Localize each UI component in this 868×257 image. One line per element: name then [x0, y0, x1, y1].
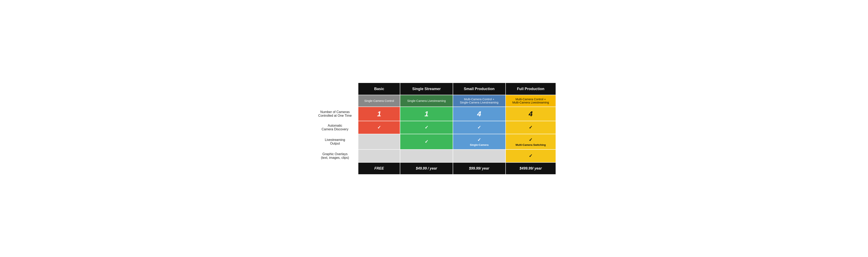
graphic-overlays-label: Graphic Overlays(text, images, clips) [312, 150, 358, 162]
single-streamer-graphic-overlays [400, 150, 453, 162]
cameras-feature-label: Number of CamerasControlled at One Time [312, 107, 358, 121]
header-row: Basic Single Streamer Small Production F… [312, 83, 556, 95]
basic-auto-discovery: ✓ [358, 121, 400, 134]
small-production-graphic-overlays [453, 150, 505, 162]
empty-header [312, 83, 358, 95]
single-streamer-auto-discovery: ✓ [400, 121, 453, 134]
small-production-livestreaming: ✓ Single-Camera [453, 134, 505, 150]
basic-graphic-overlays [358, 150, 400, 162]
single-streamer-price: $49.99 / year [400, 162, 453, 174]
basic-header: Basic [358, 83, 400, 95]
auto-discovery-label: AutomaticCamera Discovery [312, 121, 358, 134]
full-production-cameras: 4 [505, 107, 556, 121]
single-streamer-header: Single Streamer [400, 83, 453, 95]
auto-discovery-row: AutomaticCamera Discovery ✓ ✓ ✓ ✓ [312, 121, 556, 134]
small-production-auto-discovery: ✓ [453, 121, 505, 134]
subheader-row: Single-Camera Control Single-Camera Live… [312, 95, 556, 107]
small-production-price: $99.99/ year [453, 162, 505, 174]
full-production-graphic-overlays: ✓ [505, 150, 556, 162]
basic-cameras: 1 [358, 107, 400, 121]
single-streamer-livestreaming: ✓ [400, 134, 453, 150]
single-streamer-cameras: 1 [400, 107, 453, 121]
basic-price: FREE [358, 162, 400, 174]
basic-livestreaming [358, 134, 400, 150]
full-production-auto-discovery: ✓ [505, 121, 556, 134]
full-production-price: $499.99/ year [505, 162, 556, 174]
livestreaming-label: LivestreamingOutput [312, 134, 358, 150]
pricing-table: Basic Single Streamer Small Production F… [312, 83, 556, 175]
full-production-subheader: Multi-Camera Control +Multi-Camera Lives… [505, 95, 556, 107]
basic-subheader: Single-Camera Control [358, 95, 400, 107]
livestreaming-row: LivestreamingOutput ✓ ✓ Single-Camera ✓ … [312, 134, 556, 150]
full-production-livestreaming: ✓ Multi-Camera Switching [505, 134, 556, 150]
single-streamer-subheader: Single-Camera Livestreaming [400, 95, 453, 107]
empty-subheader [312, 95, 358, 107]
full-production-header: Full Production [505, 83, 556, 95]
small-production-subheader: Multi-Camera Control +Single-Camera Live… [453, 95, 505, 107]
price-row: FREE $49.99 / year $99.99/ year $499.99/… [312, 162, 556, 174]
cameras-row: Number of CamerasControlled at One Time … [312, 107, 556, 121]
small-production-header: Small Production [453, 83, 505, 95]
empty-price [312, 162, 358, 174]
graphic-overlays-row: Graphic Overlays(text, images, clips) ✓ [312, 150, 556, 162]
small-production-cameras: 4 [453, 107, 505, 121]
